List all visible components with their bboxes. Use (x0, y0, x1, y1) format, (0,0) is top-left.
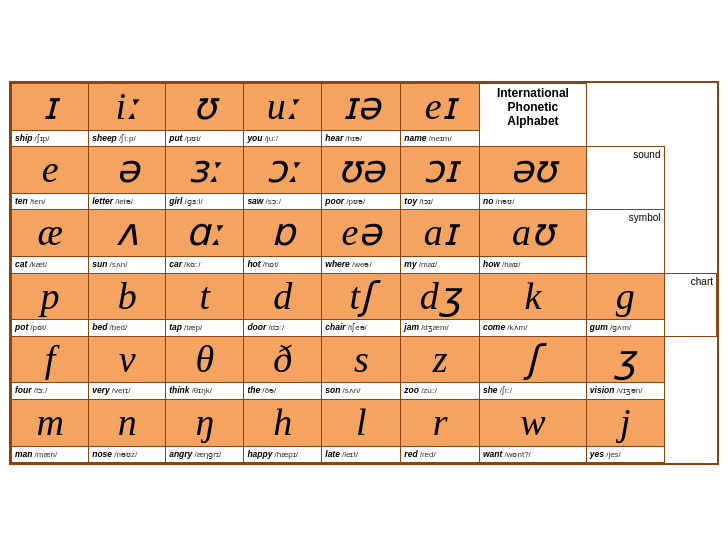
example-cell: toy /tɔɪ/ (401, 193, 480, 209)
example-cell: the /ðə/ (244, 383, 322, 399)
symbol-cell: r (401, 399, 480, 446)
symbol-cell: m (12, 399, 89, 446)
symbol-cell: ʊə (322, 147, 401, 194)
symbol-row-2: e ə ɜː ɔː ʊə ɔɪ əʊ sound (12, 147, 717, 194)
example-cell: happy /hæpɪ/ (244, 446, 322, 462)
symbol-cell: h (244, 399, 322, 446)
label-symbol: symbol (586, 210, 664, 273)
symbol-cell: ʌ (89, 210, 166, 257)
example-cell: hot /hɒt/ (244, 257, 322, 273)
symbol-cell: j (586, 399, 664, 446)
example-cell: red /red/ (401, 446, 480, 462)
symbol-cell: n (89, 399, 166, 446)
symbol-cell: v (89, 336, 166, 383)
example-cell: put /pʊt/ (166, 130, 244, 146)
symbol-cell: eɪ (401, 83, 480, 130)
example-cell: sun /sʌn/ (89, 257, 166, 273)
example-cell: door /dɔː/ (244, 320, 322, 336)
chart-title: International Phonetic Alphabet (479, 83, 586, 146)
example-cell: cat /kæt/ (12, 257, 89, 273)
symbol-cell: uː (244, 83, 322, 130)
example-cell: hear /hɪə/ (322, 130, 401, 146)
example-row-4: pot /pɒt/ bed /bed/ tap /tæp/ door /dɔː/… (12, 320, 717, 336)
symbol-cell: aɪ (401, 210, 480, 257)
symbol-cell: ɔɪ (401, 147, 480, 194)
symbol-cell: ɪə (322, 83, 401, 130)
example-cell: ten /ten/ (12, 193, 89, 209)
example-cell: no /nəʊ/ (479, 193, 586, 209)
example-cell: car /kɑː/ (166, 257, 244, 273)
symbol-cell: e (12, 147, 89, 194)
symbol-cell: ə (89, 147, 166, 194)
example-cell: vision /vɪʒən/ (586, 383, 664, 399)
symbol-row-5: f v θ ð s z ʃ ʒ (12, 336, 717, 383)
symbol-cell: f (12, 336, 89, 383)
example-cell: how /haʊ/ (479, 257, 586, 273)
example-cell: think /θɪŋk/ (166, 383, 244, 399)
symbol-row-6: m n ŋ h l r w j (12, 399, 717, 446)
symbol-cell: əʊ (479, 147, 586, 194)
example-cell: late /leɪt/ (322, 446, 401, 462)
example-row-5: four /fɔː/ very /verɪ/ think /θɪŋk/ the … (12, 383, 717, 399)
symbol-cell: w (479, 399, 586, 446)
example-cell: ship /ʃɪp/ (12, 130, 89, 146)
example-cell: jam /dʒæm/ (401, 320, 480, 336)
symbol-cell: dʒ (401, 273, 480, 320)
example-cell: pot /pɒt/ (12, 320, 89, 336)
symbol-cell: ʃ (479, 336, 586, 383)
symbol-cell: g (586, 273, 664, 320)
symbol-cell: ð (244, 336, 322, 383)
symbol-cell: s (322, 336, 401, 383)
symbol-row-4: p b t d tʃ dʒ k g chart (12, 273, 717, 320)
example-cell: chair /tʃeə/ (322, 320, 401, 336)
symbol-cell: iː (89, 83, 166, 130)
symbol-cell: ŋ (166, 399, 244, 446)
symbol-cell: ɔː (244, 147, 322, 194)
symbol-cell: ɑː (166, 210, 244, 257)
symbol-cell: d (244, 273, 322, 320)
example-cell: nose /nəʊz/ (89, 446, 166, 462)
symbol-cell: ʒ (586, 336, 664, 383)
example-cell: sheep /ʃiːp/ (89, 130, 166, 146)
symbol-row-1: ɪ iː ʊ uː ɪə eɪ International Phonetic A… (12, 83, 717, 130)
symbol-cell: eə (322, 210, 401, 257)
symbol-cell: t (166, 273, 244, 320)
example-cell: zoo /zuː/ (401, 383, 480, 399)
label-sound: sound (586, 147, 664, 210)
example-cell: four /fɔː/ (12, 383, 89, 399)
example-cell: want /wɒnt?/ (479, 446, 586, 462)
example-cell: tap /tæp/ (166, 320, 244, 336)
example-cell: son /sʌn/ (322, 383, 401, 399)
example-cell: poor /pʊə/ (322, 193, 401, 209)
example-cell: yes /jes/ (586, 446, 664, 462)
symbol-cell: b (89, 273, 166, 320)
example-cell: you /juː/ (244, 130, 322, 146)
symbol-cell: ɒ (244, 210, 322, 257)
symbol-cell: p (12, 273, 89, 320)
example-cell: angry /æŋɡrɪ/ (166, 446, 244, 462)
example-cell: very /verɪ/ (89, 383, 166, 399)
label-chart: chart (664, 273, 717, 336)
example-cell: saw /sɔː/ (244, 193, 322, 209)
symbol-cell: θ (166, 336, 244, 383)
example-cell: girl /ɡɜːl/ (166, 193, 244, 209)
example-cell: bed /bed/ (89, 320, 166, 336)
symbol-cell: aʊ (479, 210, 586, 257)
symbol-cell: tʃ (322, 273, 401, 320)
example-row-6: man /mæn/ nose /nəʊz/ angry /æŋɡrɪ/ happ… (12, 446, 717, 462)
example-cell: she /ʃiː/ (479, 383, 586, 399)
ipa-chart: ɪ iː ʊ uː ɪə eɪ International Phonetic A… (9, 81, 719, 465)
symbol-cell: k (479, 273, 586, 320)
symbol-cell: z (401, 336, 480, 383)
symbol-cell: l (322, 399, 401, 446)
symbol-cell: ɜː (166, 147, 244, 194)
example-row-1: ship /ʃɪp/ sheep /ʃiːp/ put /pʊt/ you /j… (12, 130, 717, 146)
example-cell: my /maɪ/ (401, 257, 480, 273)
symbol-cell: ɪ (12, 83, 89, 130)
symbol-cell: æ (12, 210, 89, 257)
chart-table: ɪ iː ʊ uː ɪə eɪ International Phonetic A… (11, 83, 717, 463)
example-cell: letter /letə/ (89, 193, 166, 209)
example-cell: name /neɪm/ (401, 130, 480, 146)
example-cell: gum /ɡʌm/ (586, 320, 664, 336)
example-cell: come /kʌm/ (479, 320, 586, 336)
